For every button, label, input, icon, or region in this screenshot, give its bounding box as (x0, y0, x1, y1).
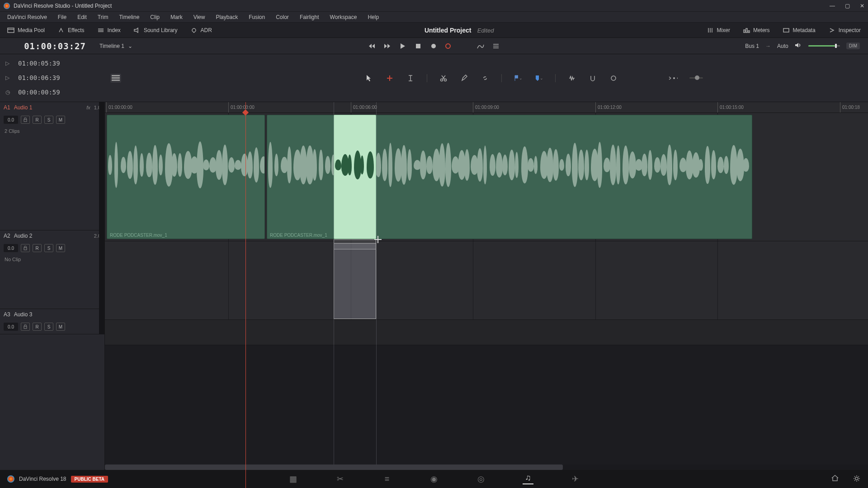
timeline-selector[interactable]: Timeline 1 ⌄ (99, 43, 154, 49)
close-button[interactable]: ✕ (860, 3, 864, 9)
track-db[interactable]: 0.0 (4, 323, 18, 331)
record-button[interactable] (429, 42, 438, 50)
fast-forward-button[interactable] (383, 42, 392, 50)
playhead[interactable] (245, 102, 246, 488)
minimize-button[interactable]: — (830, 3, 835, 9)
svg-point-27 (673, 77, 675, 79)
panel-metadata[interactable]: Metadata (779, 25, 819, 35)
page-deliver[interactable]: ✈ (570, 474, 580, 484)
page-edit[interactable]: ≡ (382, 474, 392, 484)
audio-clip[interactable]: RODE PODCASTER.mov_1 (107, 115, 265, 239)
track-s-button[interactable]: S (44, 244, 53, 252)
menu-fairlight[interactable]: Fairlight (295, 13, 324, 21)
page-cut[interactable]: ✂ (335, 474, 345, 484)
track-lock-button[interactable] (21, 116, 30, 124)
transient-tool[interactable] (567, 74, 576, 83)
snap-tool[interactable] (588, 74, 597, 83)
panel-meters[interactable]: Meters (739, 25, 774, 35)
track-info: No Clip (0, 255, 104, 264)
track-view-button[interactable] (110, 74, 121, 83)
menu-help[interactable]: Help (363, 13, 383, 21)
page-color[interactable]: ◎ (476, 474, 486, 484)
track-m-button[interactable]: M (56, 116, 65, 124)
menu-timeline[interactable]: Timeline (114, 13, 144, 21)
speaker-icon[interactable] (795, 42, 802, 50)
rewind-button[interactable] (368, 42, 376, 50)
page-fusion[interactable]: ◉ (429, 474, 439, 484)
track-s-button[interactable]: S (44, 116, 53, 124)
track-r-button[interactable]: R (33, 323, 42, 331)
fade-tool[interactable] (609, 74, 618, 83)
panel-media-pool[interactable]: Media Pool (4, 25, 48, 35)
range-tool[interactable] (385, 74, 394, 83)
track-header-a1[interactable]: A1 Audio 1 fx 1.0 0.0 RSM 2 Clips (0, 102, 104, 230)
lane-a3[interactable] (105, 320, 868, 345)
maximize-button[interactable]: ▢ (845, 3, 850, 9)
project-settings-button[interactable] (853, 474, 861, 484)
panel-sound-library[interactable]: Sound Library (130, 25, 181, 35)
track-lock-button[interactable] (21, 244, 30, 252)
stop-button[interactable] (414, 42, 422, 50)
loop-button[interactable] (445, 42, 453, 50)
caret-tool[interactable] (406, 74, 415, 83)
selection-overlay (334, 243, 376, 319)
menu-fusion[interactable]: Fusion (244, 13, 269, 21)
timeline-body[interactable]: 01:00:00:0001:00:03:0001:00:06:0001:00:0… (105, 102, 868, 488)
volume-slider[interactable] (808, 45, 840, 47)
track-db[interactable]: 0.0 (4, 116, 18, 124)
timeline-options-button[interactable] (492, 42, 500, 50)
mark-out-icon[interactable]: ▷ (5, 75, 11, 81)
menu-playback[interactable]: Playback (211, 13, 242, 21)
page-media[interactable]: ▦ (288, 474, 298, 484)
menu-edit[interactable]: Edit (73, 13, 91, 21)
track-name: Audio 2 (14, 233, 33, 239)
razor-tool[interactable] (439, 74, 448, 83)
dim-button[interactable]: DIM (846, 42, 860, 49)
menu-trim[interactable]: Trim (93, 13, 113, 21)
menu-color[interactable]: Color (271, 13, 293, 21)
cursor-crosshair-icon (374, 236, 382, 243)
track-header-a3[interactable]: A3 Audio 3 0.0 RSM (0, 309, 104, 334)
zoom-horizontal[interactable] (669, 74, 678, 83)
page-fairlight[interactable]: ♫ (523, 474, 533, 484)
bus-selector[interactable]: Bus 1 (745, 43, 759, 49)
track-r-button[interactable]: R (33, 116, 42, 124)
menu-davinci[interactable]: DaVinci Resolve (3, 13, 52, 21)
track-r-button[interactable]: R (33, 244, 42, 252)
pencil-tool[interactable] (460, 74, 469, 83)
monitor-mode[interactable]: Auto (777, 43, 788, 49)
marker-tool[interactable]: ⌄ (534, 74, 543, 83)
horizontal-scrollbar[interactable] (105, 465, 868, 470)
automation-button[interactable] (476, 42, 485, 50)
zoom-slider[interactable] (689, 77, 703, 79)
menu-clip[interactable]: Clip (146, 13, 164, 21)
pointer-tool[interactable] (364, 74, 373, 83)
link-tool[interactable] (481, 74, 490, 83)
menu-file[interactable]: File (53, 13, 71, 21)
svg-rect-30 (24, 326, 27, 328)
home-button[interactable] (831, 474, 839, 484)
ruler[interactable]: 01:00:00:0001:00:03:0001:00:06:0001:00:0… (105, 102, 868, 113)
track-db[interactable]: 0.0 (4, 244, 18, 252)
duration-icon[interactable]: ◷ (5, 89, 11, 95)
panel-index[interactable]: Index (94, 25, 124, 35)
menu-mark[interactable]: Mark (166, 13, 187, 21)
track-s-button[interactable]: S (44, 323, 53, 331)
menu-view[interactable]: View (189, 13, 210, 21)
lane-a2[interactable] (105, 241, 868, 320)
track-m-button[interactable]: M (56, 244, 65, 252)
track-lock-button[interactable] (21, 323, 30, 331)
flag-tool[interactable]: ⌄ (514, 74, 523, 83)
master-timecode[interactable]: 01:00:03:27 (0, 41, 99, 51)
play-button[interactable] (399, 42, 407, 50)
panel-effects[interactable]: Effects (54, 25, 88, 35)
track-header-a2[interactable]: A2 Audio 2 2.0 0.0 RSM No Clip (0, 230, 104, 309)
panel-mixer[interactable]: Mixer (703, 25, 734, 35)
panel-inspector[interactable]: Inspector (825, 25, 864, 35)
menu-workspace[interactable]: Workspace (326, 13, 362, 21)
selected-region[interactable] (334, 115, 376, 239)
mark-in-icon[interactable]: ▷ (5, 60, 11, 66)
panel-adr[interactable]: ADR (187, 25, 216, 35)
lane-a1[interactable]: RODE PODCASTER.mov_1RODE PODCASTER.mov_1 (105, 113, 868, 241)
track-m-button[interactable]: M (56, 323, 65, 331)
